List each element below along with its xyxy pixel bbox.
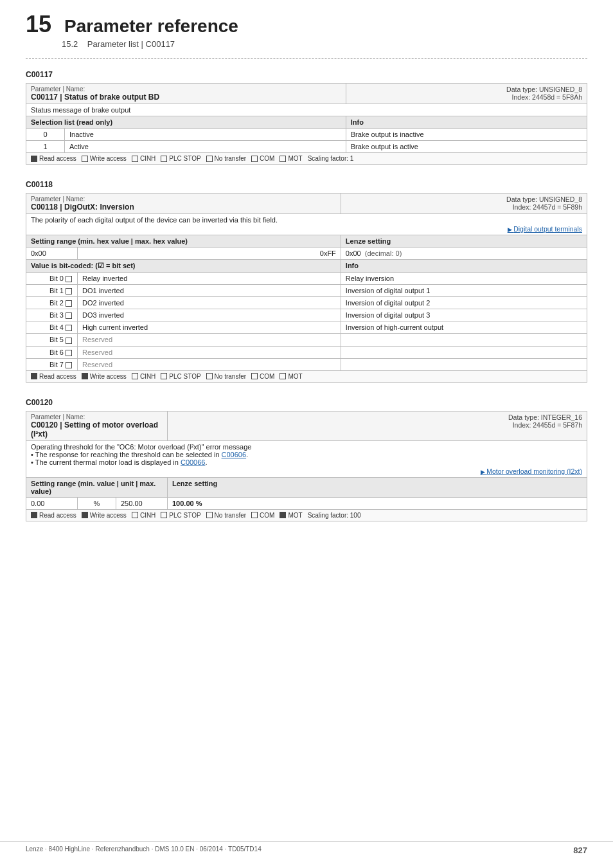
c00117-data-type: Data type: UNSIGNED_8 Index: 24458d = 5F… [346,84,587,104]
c00118-footer-row: Read access Write access CINH PLC STOP N… [26,370,587,382]
c00120-lenze-setting-header: Lenze setting [168,477,587,497]
c00117-name-0: Inactive [65,129,346,141]
c00117-description: Status message of brake output [26,104,587,116]
c00118-bit-7-info [341,358,587,370]
c00118-bit-5-label: Bit 5 [26,334,78,346]
c00117-selection-list-header: Selection list (read only) [26,116,346,129]
c00117-footer-cell: Read access Write access CINH PLC STOP N… [26,153,587,165]
c00118-bit-0-info: Relay inversion [341,273,587,285]
c00118-bit-row-4: Bit 4 High current inverted Inversion of… [26,321,587,334]
c00066-link[interactable]: C00066 [181,458,206,466]
c00118-bit-row-7: Bit 7 Reserved [26,358,587,370]
c00117-cinh: CINH [132,155,155,162]
c00120-footer-cell: Read access Write access CINH PLC STOP N… [26,509,587,521]
c00120-param-name: C00120 | Setting of motor overload (I²xt… [31,420,163,439]
c00118-bit-row-2: Bit 2 DO2 inverted Inversion of digital … [26,297,587,309]
c00117-row-0: 0 Inactive Brake output is inactive [26,129,587,141]
footer-left: Lenze · 8400 HighLine · Referenzhandbuch… [26,845,262,855]
c00118-bit-0-label: Bit 0 [26,273,78,285]
page-subtitle: 15.2 Parameter list | C00117 [62,39,587,49]
c00120-label: C00120 [26,398,587,407]
c00118-range-row: 0x00 0xFF 0x00 (decimal: 0) [26,248,587,260]
c00118-description: The polarity of each digital output of t… [26,214,587,235]
c00118-mot: MOT [280,373,302,380]
c00118-no-transfer: No transfer [206,373,246,380]
c00120-footer-text: Read access Write access CINH PLC STOP N… [31,512,582,519]
c00117-plc-stop: PLC STOP [161,155,200,162]
c00117-val-1: 1 [26,141,65,153]
c00606-link[interactable]: C00606 [222,451,247,458]
c00120-min-val: 0.00 [26,497,78,509]
c00118-header-row: Parameter | Name: C00118 | DigOutX: Inve… [26,194,587,214]
c00120-header-row: Parameter | Name: C00120 | Setting of mo… [26,411,587,440]
c00118-bit-row-6: Bit 6 Reserved [26,346,587,358]
c00118-cinh: CINH [132,373,155,380]
c00120-mot: MOT [280,512,302,519]
param-block-c00117: C00117 Parameter | Name: C00117 | Status… [26,70,587,165]
c00117-no-transfer: No transfer [206,155,246,162]
c00120-write-access: Write access [82,512,127,519]
c00117-param-label-cell: Parameter | Name: C00117 | Status of bra… [26,84,346,104]
c00120-description: Operating threshold for the "OC6: Motor … [26,440,587,477]
c00117-scaling: Scaling factor: 1 [308,155,354,162]
c00117-footer-row: Read access Write access CINH PLC STOP N… [26,153,587,165]
c00120-setting-range-header: Setting range (min. value | unit | max. … [26,477,168,497]
c00120-param-label-cell: Parameter | Name: C00120 | Setting of mo… [26,411,168,440]
page-number: 15 [26,13,51,36]
motor-overload-monitoring-link[interactable]: Motor overload monitoring (I2xt) [481,467,582,475]
c00117-table: Parameter | Name: C00117 | Status of bra… [26,83,587,165]
c00117-mot: MOT [280,155,302,162]
c00118-table: Parameter | Name: C00118 | DigOutX: Inve… [26,193,587,383]
c00118-footer-cell: Read access Write access CINH PLC STOP N… [26,370,587,382]
c00118-bit-row-3: Bit 3 DO3 inverted Inversion of digital … [26,309,587,321]
c00117-footer-text: Read access Write access CINH PLC STOP N… [31,155,582,162]
c00117-info-1: Brake output is active [346,141,587,153]
c00120-range-row: 0.00 % 250.00 100.00 % [26,497,587,509]
c00118-setting-range-header: Setting range (min. hex value | max. hex… [26,235,341,248]
c00117-read-access: Read access [31,155,76,162]
c00117-param-name: C00117 | Status of brake output BD [31,93,341,102]
c00118-write-access: Write access [82,373,127,380]
c00120-scaling: Scaling factor: 100 [308,512,361,519]
c00117-name-1: Active [65,141,346,153]
c00118-param-name: C00118 | DigOutX: Inversion [31,203,336,212]
c00118-bit-4-info: Inversion of high-current output [341,321,587,334]
c00118-bit-1-info: Inversion of digital output 1 [341,285,587,297]
digital-output-terminals-link[interactable]: Digital output terminals [508,225,582,233]
c00117-param-meta-label: Parameter | Name: [31,86,341,93]
c00118-bit-coded-info-header: Info [341,260,587,273]
c00117-col-headers: Selection list (read only) Info [26,116,587,129]
footer-right: 827 [573,845,587,855]
c00118-label: C00118 [26,180,587,189]
c00117-val-0: 0 [26,129,65,141]
c00118-bit-row-5: Bit 5 Reserved [26,334,587,346]
c00117-label: C00117 [26,70,587,79]
c00120-param-meta-label: Parameter | Name: [31,413,163,420]
page-title: Parameter reference [64,16,238,37]
c00120-plc-stop: PLC STOP [161,512,200,519]
c00118-bit-row-1: Bit 1 DO1 inverted Inversion of digital … [26,285,587,297]
page-header: 15 Parameter reference [26,13,587,37]
param-block-c00118: C00118 Parameter | Name: C00118 | DigOut… [26,180,587,383]
c00118-bit-2-info: Inversion of digital output 2 [341,297,587,309]
c00120-footer-row: Read access Write access CINH PLC STOP N… [26,509,587,521]
c00120-unit: % [78,497,116,509]
page-footer: Lenze · 8400 HighLine · Referenzhandbuch… [0,841,613,855]
c00118-com: COM [251,373,274,380]
c00118-max-val: 0xFF [78,248,341,260]
c00118-read-access: Read access [31,373,76,380]
c00120-com: COM [251,512,274,519]
c00118-bit-7-label: Bit 7 [26,358,78,370]
c00120-no-transfer: No transfer [206,512,246,519]
c00118-desc-row: The polarity of each digital output of t… [26,214,587,235]
c00118-bit-0-name: Relay inverted [78,273,341,285]
c00118-bit-7-name: Reserved [78,358,341,370]
c00118-param-label-cell: Parameter | Name: C00118 | DigOutX: Inve… [26,194,341,214]
section-divider [26,58,587,59]
c00118-param-meta-label: Parameter | Name: [31,195,336,203]
c00118-bit-3-info: Inversion of digital output 3 [341,309,587,321]
c00120-cinh: CINH [132,512,155,519]
c00118-bit-1-label: Bit 1 [26,285,78,297]
c00118-bit-6-info [341,346,587,358]
c00117-header-row: Parameter | Name: C00117 | Status of bra… [26,84,587,104]
